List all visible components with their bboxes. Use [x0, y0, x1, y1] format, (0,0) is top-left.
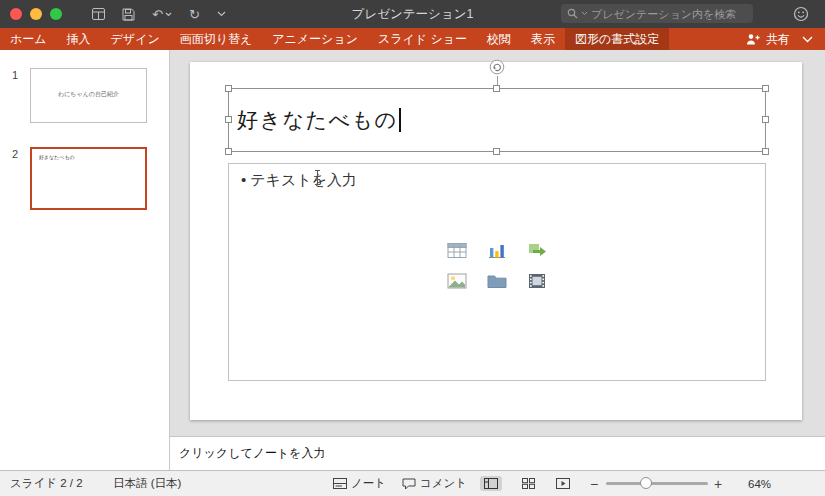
- share-label: 共有: [766, 31, 790, 48]
- canvas-area: 好きなたべもの • テキストを入力: [170, 50, 825, 436]
- ribbon-tab-review[interactable]: 校閲: [477, 28, 521, 50]
- minimize-button[interactable]: [30, 8, 42, 20]
- slide-2-thumbnail-title: 好きなたべもの: [39, 154, 75, 160]
- language-button[interactable]: 日本語 (日本): [113, 471, 181, 496]
- add-person-icon: [745, 33, 761, 45]
- insert-picture-icon[interactable]: [447, 273, 467, 289]
- notes-toggle-button[interactable]: ノート: [333, 471, 386, 496]
- selection-handle-e[interactable]: [762, 116, 769, 123]
- bullet-glyph: •: [241, 171, 246, 190]
- insert-video-icon[interactable]: [528, 273, 546, 289]
- view-pages-icon[interactable]: [92, 8, 105, 20]
- zoom-in-button[interactable]: +: [714, 476, 722, 492]
- text-caret: [399, 108, 401, 132]
- quick-access-toolbar: ↶ ↻: [92, 0, 226, 28]
- powerpoint-window: ↶ ↻ プレゼンテーション1 ホーム 挿入 デザイン 画面切り替え アニメーショ…: [0, 0, 825, 496]
- traffic-lights: [10, 8, 62, 20]
- statusbar: スライド 2 / 2 日本語 (日本) ノート コメント: [0, 470, 825, 496]
- slide-title-text: 好きなたべもの: [237, 89, 401, 151]
- selection-handle-sw[interactable]: [225, 148, 232, 155]
- selection-handle-ne[interactable]: [762, 85, 769, 92]
- close-button[interactable]: [10, 8, 22, 20]
- editor-pane: 好きなたべもの • テキストを入力: [170, 50, 825, 470]
- comments-toggle-button[interactable]: コメント: [402, 471, 467, 496]
- notes-icon: [333, 478, 347, 489]
- selection-handle-s[interactable]: [493, 148, 500, 155]
- selection-handle-se[interactable]: [762, 148, 769, 155]
- selection-handle-n[interactable]: [493, 85, 500, 92]
- zoom-out-button[interactable]: −: [590, 476, 598, 492]
- ribbon-tab-animations[interactable]: アニメーション: [262, 28, 368, 50]
- ribbon-tab-view[interactable]: 表示: [521, 28, 565, 50]
- insert-table-icon[interactable]: [447, 242, 467, 259]
- slide-1-thumbnail-title: わにちゃんの自己紹介: [31, 90, 146, 99]
- search-scope-chevron-icon[interactable]: [581, 11, 588, 16]
- zoom-slider-thumb[interactable]: [640, 477, 652, 489]
- zoom-slider[interactable]: [606, 482, 708, 485]
- ribbon-tab-bar: ホーム 挿入 デザイン 画面切り替え アニメーション スライド ショー 校閲 表…: [0, 28, 825, 50]
- ribbon-tab-shape-format[interactable]: 図形の書式設定: [565, 28, 669, 50]
- slide-1-thumbnail[interactable]: わにちゃんの自己紹介: [30, 68, 147, 123]
- slide-sorter-view-button[interactable]: [518, 476, 539, 491]
- slide-thumbnail-panel: 1 わにちゃんの自己紹介 2 好きなたべもの: [0, 50, 170, 470]
- save-button[interactable]: [122, 8, 135, 21]
- search-box[interactable]: [561, 4, 753, 23]
- mouse-ibeam-cursor: [313, 169, 322, 186]
- slide-counter: スライド 2 / 2: [10, 471, 83, 496]
- slideshow-view-button[interactable]: [552, 476, 574, 491]
- zoom-window-button[interactable]: [50, 8, 62, 20]
- share-button[interactable]: 共有: [735, 28, 800, 50]
- comment-icon: [402, 478, 416, 490]
- insert-smartart-icon[interactable]: [527, 242, 547, 259]
- slide-1-number: 1: [12, 69, 18, 81]
- normal-view-button[interactable]: [480, 476, 502, 491]
- collapse-ribbon-chevron-icon[interactable]: [800, 28, 825, 50]
- ribbon-tab-transitions[interactable]: 画面切り替え: [170, 28, 263, 50]
- zoom-level-button[interactable]: 64%: [748, 471, 771, 496]
- body-placeholder-text: • テキストを入力: [241, 171, 357, 190]
- insert-online-picture-folder-icon[interactable]: [487, 273, 507, 289]
- slide-2-number: 2: [12, 148, 18, 160]
- content-placeholder[interactable]: • テキストを入力: [228, 163, 766, 381]
- workspace: 1 わにちゃんの自己紹介 2 好きなたべもの: [0, 50, 825, 470]
- redo-button[interactable]: ↻: [189, 8, 200, 21]
- ribbon-tab-insert[interactable]: 挿入: [57, 28, 101, 50]
- selection-handle-nw[interactable]: [225, 85, 232, 92]
- feedback-smiley-icon[interactable]: [793, 6, 809, 22]
- titlebar: ↶ ↻ プレゼンテーション1: [0, 0, 825, 28]
- selection-handle-w[interactable]: [225, 116, 232, 123]
- ribbon-tab-slideshow[interactable]: スライド ショー: [368, 28, 477, 50]
- search-icon: [567, 8, 578, 19]
- slide-2-thumbnail-selected[interactable]: 好きなたべもの: [30, 147, 147, 210]
- notes-placeholder-text: クリックしてノートを入力: [179, 445, 326, 462]
- slide-canvas[interactable]: 好きなたべもの • テキストを入力: [190, 62, 802, 420]
- ribbon-tab-design[interactable]: デザイン: [101, 28, 170, 50]
- insert-chart-icon[interactable]: [487, 242, 507, 259]
- customize-toolbar-chevron-icon[interactable]: [217, 11, 226, 17]
- ribbon-tab-home[interactable]: ホーム: [0, 28, 57, 50]
- slide-title-textbox[interactable]: 好きなたべもの: [228, 88, 766, 152]
- search-input[interactable]: [591, 8, 747, 20]
- undo-button[interactable]: ↶: [152, 8, 172, 21]
- notes-pane[interactable]: クリックしてノートを入力: [170, 436, 825, 470]
- placeholder-insert-icons: [445, 242, 549, 289]
- rotation-handle[interactable]: [489, 59, 505, 75]
